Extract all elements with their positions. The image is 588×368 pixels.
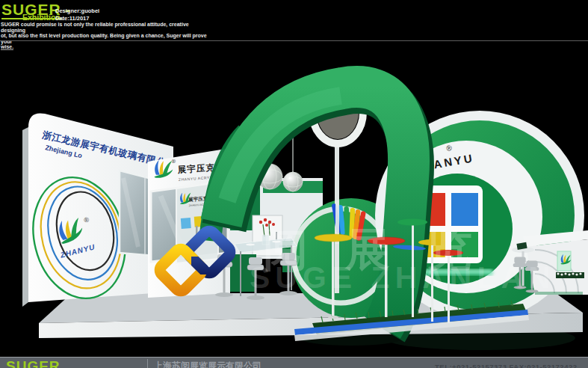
footer-divider bbox=[147, 359, 148, 368]
footer-company-name: 上海苏阅展览展示有限公司 bbox=[154, 360, 261, 368]
promise-line-2: ot, but also the fist level production q… bbox=[1, 33, 210, 44]
footer-suger-logo: SUGER bbox=[6, 358, 61, 368]
interlock-logo-watermark bbox=[154, 224, 238, 301]
promise-line-3: wise. bbox=[1, 44, 210, 50]
header-divider bbox=[0, 40, 588, 41]
booth-render-scene: 浙江龙游展宇有机玻璃有限公司 Zhejiang Lo ® ZHANYU bbox=[0, 0, 588, 368]
date-label: Date:11/2017 bbox=[55, 15, 89, 22]
design-board: 浙江龙游展宇有机玻璃有限公司 Zhejiang Lo ® ZHANYU bbox=[0, 0, 588, 368]
watermark-latin: SUGE ZHANLAN bbox=[250, 260, 556, 295]
footer-bar: SUGER 上海苏阅展览展示有限公司 TEL:+021-52157373 FAX… bbox=[0, 357, 588, 368]
footer-contact: TEL:+021-52157373 FAX:021-52172422 bbox=[435, 363, 578, 368]
promise-line-1: SUGER could promise is not only the reli… bbox=[1, 22, 210, 33]
promise-paragraph: SUGER could promise is not only the reli… bbox=[1, 22, 210, 50]
designer-label: Designer:guobei bbox=[55, 7, 99, 14]
